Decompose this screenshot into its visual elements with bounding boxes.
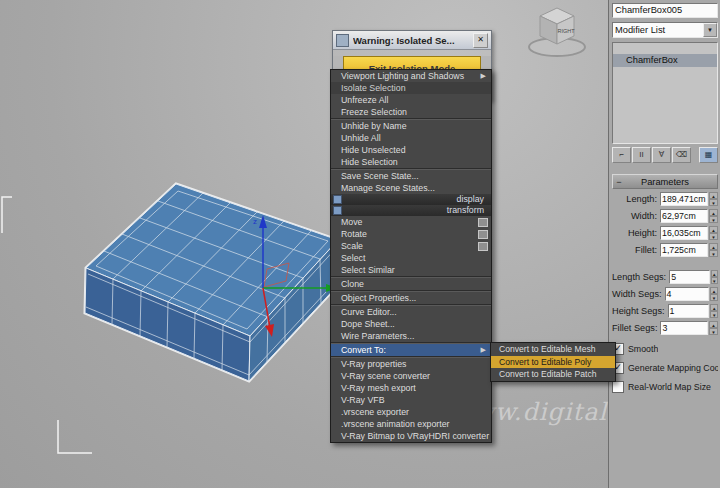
menu-item-label: Dope Sheet...	[341, 318, 395, 330]
menu-item[interactable]: Move	[331, 216, 491, 228]
spinner-up-icon[interactable]: ▲	[709, 192, 718, 199]
menu-item[interactable]: Scale	[331, 240, 491, 252]
modifier-stack-item[interactable]: ChamferBox	[613, 54, 717, 67]
spinner-up-icon[interactable]: ▲	[709, 243, 718, 250]
viewcube[interactable]: RIGHT	[529, 8, 585, 56]
parameter-label: Fillet:	[635, 245, 657, 255]
menu-item-label: Object Properties...	[341, 292, 416, 304]
object-name-field[interactable]: ChamferBox005	[612, 3, 718, 18]
spinner-down-icon[interactable]: ▼	[711, 277, 718, 284]
menu-item[interactable]: Save Scene State...	[331, 170, 491, 182]
menu-item[interactable]: .vrscene exporter	[331, 406, 491, 418]
dropdown-arrow-icon[interactable]: ▼	[703, 23, 717, 37]
spinner[interactable]: ▲ ▼	[709, 226, 718, 240]
stack-tool-button[interactable]: ⌫	[672, 147, 691, 163]
spinner-up-icon[interactable]: ▲	[711, 270, 718, 277]
spinner-down-icon[interactable]: ▼	[709, 328, 718, 335]
close-icon[interactable]: ✕	[473, 33, 488, 48]
parameter-value-field[interactable]: 189,471cm	[660, 192, 708, 206]
spinner[interactable]: ▲ ▼	[709, 209, 718, 223]
menu-item[interactable]: Select	[331, 252, 491, 264]
menu-item[interactable]: V-Ray properties	[331, 358, 491, 370]
parameter-value-field[interactable]: 16,035cm	[660, 226, 708, 240]
menu-item-label: V-Ray Bitmap to VRayHDRI converter	[341, 430, 489, 442]
spinner-down-icon[interactable]: ▼	[709, 216, 718, 223]
menu-item[interactable]: Viewport Lighting and Shadows ▶	[331, 70, 491, 82]
stack-tool-button[interactable]: II	[632, 147, 651, 163]
menu-item[interactable]: .vrscene animation exporter	[331, 418, 491, 430]
menu-item[interactable]: Select Similar	[331, 264, 491, 276]
parameter-value-field[interactable]: 1	[668, 304, 710, 318]
menu-item[interactable]: Convert To: ▶	[331, 344, 491, 356]
menu-item[interactable]: V-Ray scene converter	[331, 370, 491, 382]
menu-item-label: Isolate Selection	[341, 82, 406, 94]
parameter-label: Length:	[626, 194, 657, 204]
menu-item-label: transform	[447, 205, 484, 216]
spinner-down-icon[interactable]: ▼	[710, 311, 718, 318]
parameter-value-field[interactable]: 5	[669, 270, 709, 284]
menu-item[interactable]: Unhide by Name	[331, 120, 491, 132]
menu-item[interactable]: V-Ray Bitmap to VRayHDRI converter	[331, 430, 491, 442]
spinner-down-icon[interactable]: ▼	[709, 233, 718, 240]
parameter-value-field[interactable]: 62,97cm	[660, 209, 708, 223]
spinner-up-icon[interactable]: ▲	[709, 226, 718, 233]
modifier-list-dropdown[interactable]: Modifier List ▼	[612, 22, 718, 38]
menu-item[interactable]: Hide Selection	[331, 156, 491, 168]
spinner-down-icon[interactable]: ▼	[709, 250, 718, 257]
submenu-item[interactable]: Convert to Editable Patch	[491, 368, 615, 381]
spinner-up-icon[interactable]: ▲	[710, 304, 718, 311]
submenu-item[interactable]: Convert to Editable Mesh	[491, 343, 615, 356]
convert-to-submenu: Convert to Editable MeshConvert to Edita…	[490, 342, 616, 382]
menu-item[interactable]: Unhide All	[331, 132, 491, 144]
submenu-item[interactable]: Convert to Editable Poly	[491, 356, 615, 369]
spinner-down-icon[interactable]: ▼	[709, 199, 718, 206]
parameter-value-field[interactable]: 4	[665, 287, 709, 301]
stack-tool-button[interactable]: ∀	[652, 147, 671, 163]
checkbox-row[interactable]: ✓ Generate Mapping Coords.	[612, 362, 718, 374]
menu-item[interactable]: Rotate	[331, 228, 491, 240]
modifier-stack[interactable]: ChamferBox	[612, 42, 718, 144]
menu-item-label: V-Ray mesh export	[341, 382, 416, 394]
menu-item[interactable]: Curve Editor...	[331, 306, 491, 318]
menu-item-label: Save Scene State...	[341, 170, 419, 182]
menu-item[interactable]: V-Ray VFB	[331, 394, 491, 406]
parameter-row: Length: 189,471cm ▲ ▼	[612, 192, 718, 206]
spinner[interactable]: ▲ ▼	[709, 243, 718, 257]
menu-item[interactable]: V-Ray mesh export	[331, 382, 491, 394]
menu-item-label: Clone	[341, 278, 364, 290]
menu-item[interactable]: Dope Sheet...	[331, 318, 491, 330]
menu-item[interactable]: Freeze Selection	[331, 106, 491, 118]
checkbox-row[interactable]: ✓ Smooth	[612, 343, 718, 355]
parameter-value-field[interactable]: 3	[660, 321, 708, 335]
menu-item[interactable]: Clone	[331, 278, 491, 290]
parameters-rollout-header[interactable]: − Parameters	[612, 174, 718, 189]
spinner-down-icon[interactable]: ▼	[710, 294, 718, 301]
dialog-titlebar[interactable]: Warning: Isolated Se... ✕	[333, 31, 491, 50]
menu-item[interactable]: Unfreeze All	[331, 94, 491, 106]
stack-tool-button[interactable]: ⌐	[612, 147, 631, 163]
menu-item[interactable]: Manage Scene States...	[331, 182, 491, 194]
checkbox-row[interactable]: Real-World Map Size	[612, 381, 718, 393]
spinner-up-icon[interactable]: ▲	[709, 209, 718, 216]
menu-item-label: Rotate	[341, 228, 367, 240]
spinner[interactable]: ▲ ▼	[710, 304, 718, 318]
spinner[interactable]: ▲ ▼	[709, 192, 718, 206]
menu-item[interactable]: Object Properties...	[331, 292, 491, 304]
menu-item[interactable]: Hide Unselected	[331, 144, 491, 156]
spinner[interactable]: ▲ ▼	[711, 270, 718, 284]
spinner[interactable]: ▲ ▼	[710, 287, 718, 301]
chamfer-box-object[interactable]	[85, 184, 339, 381]
spinner-up-icon[interactable]: ▲	[710, 287, 718, 294]
command-panel: ChamferBox005 Modifier List ▼ ChamferBox…	[608, 0, 720, 488]
spinner[interactable]: ▲ ▼	[709, 321, 718, 335]
spinner-up-icon[interactable]: ▲	[709, 321, 718, 328]
viewport[interactable]: z RIGHT www.digitalders.com	[0, 0, 608, 488]
selection-brackets	[2, 197, 92, 453]
checkbox[interactable]	[612, 381, 624, 393]
parameter-value-field[interactable]: 1,725cm	[660, 243, 708, 257]
menu-item[interactable]: Isolate Selection	[331, 82, 491, 94]
viewcube-face-label: RIGHT	[557, 28, 575, 34]
stack-tool-button[interactable]: ▦	[699, 147, 718, 163]
menu-item[interactable]: Wire Parameters...	[331, 330, 491, 342]
menu-item-label: V-Ray VFB	[341, 394, 385, 406]
